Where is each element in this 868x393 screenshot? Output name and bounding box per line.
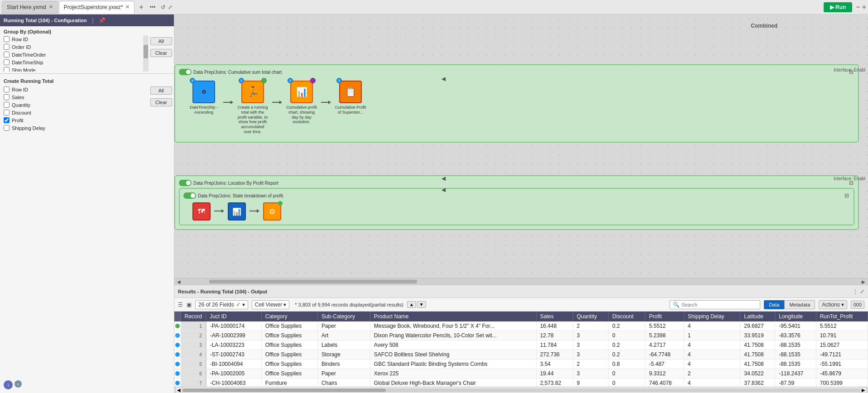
cell-record-5: 5 [181, 359, 206, 369]
th-subcategory[interactable]: Sub-Category [317, 312, 370, 321]
cell-category-1: Office Supplies [261, 321, 317, 331]
canvas-hscrollbar[interactable]: ▶ ◀ [174, 278, 868, 284]
zoom-plus[interactable]: + [862, 3, 866, 11]
expand-icon[interactable]: ⤢ [168, 4, 173, 10]
th-longitude[interactable]: Longitude [775, 312, 816, 321]
zoom-minus[interactable]: − [856, 3, 860, 11]
th-quantity[interactable]: Quantity [573, 312, 609, 321]
actions-button[interactable]: Actions ▾ [819, 300, 847, 309]
th-profit[interactable]: Profit [645, 312, 684, 321]
scroll-left-arrow[interactable]: ◀ [175, 387, 182, 393]
left-panel-content: Group By (Optional) Row ID Order ID [0, 26, 174, 393]
th-sales[interactable]: Sales [536, 312, 573, 321]
tab-add-button[interactable]: + [135, 3, 147, 11]
th-juctid[interactable]: Juct ID [206, 312, 262, 321]
sort-up-button[interactable]: ▲ [407, 301, 416, 308]
node-runningtotal-box[interactable]: 🏃 f [241, 81, 264, 103]
panel-dots-button[interactable]: ⋮ [90, 17, 96, 24]
bottom-circle-icon-1[interactable]: i [4, 380, 13, 389]
partial-node-1[interactable]: 🗺 [192, 202, 211, 220]
wf-container-state: Data Prep/Joins: State breakdown of prof… [179, 188, 854, 225]
wf-node-cumprofit: 📋 f Cumulative Profit of Superstor... [335, 81, 366, 115]
rt-checkbox-discount[interactable] [4, 110, 10, 115]
partial-node-2[interactable]: 📊 [228, 202, 246, 220]
cell-profit-4: -64.7748 [645, 350, 684, 359]
node-chart-box[interactable]: 📊 f [290, 81, 313, 103]
tab-data-button[interactable]: Data [764, 300, 784, 309]
h-scroll-track[interactable] [182, 388, 860, 392]
rt-checkbox-shippingdelay[interactable] [4, 125, 10, 131]
group-by-clear-button[interactable]: Clear [150, 49, 172, 57]
group-by-checkbox-shipmode[interactable] [4, 67, 10, 72]
group-by-checkbox-rowid[interactable] [4, 36, 10, 42]
th-record[interactable]: Record [181, 312, 206, 321]
canvas-collapse-1[interactable]: ◀ [441, 76, 446, 82]
partial-node-3[interactable]: ⚙ [263, 202, 281, 220]
th-discount[interactable]: Discount [609, 312, 645, 321]
combined-label: Combined [751, 23, 777, 29]
table-hscrollbar[interactable]: ◀ ▶ [174, 387, 868, 393]
tab-project-superstore[interactable]: ProjectSuperstore.yxwz* ✕ [59, 1, 135, 14]
rt-checkbox-rowid[interactable] [4, 86, 10, 92]
cell-runtot-7: 700.5399 [816, 379, 868, 387]
create-rt-list: Row ID Sales Quantity Discount [0, 85, 149, 133]
tab-close-project[interactable]: ✕ [125, 4, 129, 10]
canvas-right-arrow[interactable]: ▶ [859, 278, 868, 284]
canvas-hscroll-thumb[interactable] [209, 280, 417, 283]
rt-checkbox-quantity[interactable] [4, 102, 10, 108]
viewer-button[interactable]: Cell Viewer ▾ [252, 300, 290, 309]
cell-latitude-6: 34.0522 [740, 369, 775, 379]
node-datetimeship-box[interactable]: ⚙ f [192, 81, 215, 103]
rt-clear-button[interactable]: Clear [150, 98, 172, 106]
th-productname[interactable]: Product Name [370, 312, 536, 321]
group-by-checkbox-datetimeship[interactable] [4, 59, 10, 65]
cell-record-4: 4 [181, 350, 206, 359]
results-title: Results - Running Total (104) - Output [178, 289, 267, 294]
cell-subcategory-4: Storage [317, 350, 370, 359]
rt-all-button[interactable]: All [150, 86, 172, 95]
scroll-right-arrow[interactable]: ▶ [860, 387, 867, 393]
node-cumprofit-box[interactable]: 📋 f [339, 81, 362, 103]
rt-checkbox-profit[interactable] [4, 117, 10, 123]
h-scroll-thumb[interactable] [182, 388, 386, 392]
cell-product-6: Xerox 225 [370, 369, 536, 379]
refresh-icon[interactable]: ↺ [161, 4, 165, 10]
collapse-btn-3[interactable]: ⊟ [844, 192, 850, 199]
panel-pin-button[interactable]: 📌 [99, 17, 106, 24]
canvas-left-arrow[interactable]: ◀ [174, 278, 183, 284]
rt-checkbox-sales[interactable] [4, 94, 10, 100]
canvas-collapse-3[interactable]: ◀ [441, 187, 446, 193]
search-input[interactable] [681, 302, 757, 307]
sort-down-button[interactable]: ▼ [417, 301, 426, 308]
tab-label: Start Here.yxmd [7, 4, 46, 10]
tab-more-button[interactable]: ••• [147, 4, 158, 10]
num-format-button[interactable]: 000 [851, 301, 864, 309]
cell-category-4: Office Supplies [261, 350, 317, 359]
th-latitude[interactable]: Latitude [740, 312, 775, 321]
group-by-checkbox-orderid[interactable] [4, 44, 10, 50]
toggle-switch-3[interactable] [183, 192, 196, 199]
tab-start-here[interactable]: Start Here.yxmd ✕ [2, 1, 58, 14]
cell-sales-4: 272.736 [536, 350, 573, 359]
th-category[interactable]: Category [261, 312, 317, 321]
tab-metadata-button[interactable]: Metadata [784, 300, 815, 309]
tab-close-start-here[interactable]: ✕ [49, 4, 53, 10]
toggle-switch-1[interactable] [179, 69, 192, 75]
canvas-collapse-2[interactable]: ◀ [441, 175, 446, 182]
group-by-label-datetimeship: DateTimeShip [12, 60, 43, 65]
bottom-circle-icon-2[interactable]: ○ [14, 380, 22, 388]
group-by-checkbox-datetimeorder[interactable] [4, 52, 10, 58]
toggle-switch-2[interactable] [179, 180, 192, 186]
th-indicator [174, 312, 181, 321]
tab-bar: Start Here.yxmd ✕ ProjectSuperstore.yxwz… [0, 0, 868, 14]
cell-shippingdelay-3: 4 [684, 340, 740, 350]
results-menu-icon[interactable]: ⋮ [853, 288, 858, 295]
th-runtot-profit[interactable]: RunTot_Profit [816, 312, 868, 321]
wf-label-3: Data Prep/Joins: State breakdown of prof… [198, 193, 284, 198]
run-button[interactable]: ▶ Run [824, 2, 853, 12]
th-shippingdelay[interactable]: Shipping Delay [684, 312, 740, 321]
results-expand-icon[interactable]: ⤢ [860, 288, 864, 295]
group-by-all-button[interactable]: All [150, 37, 172, 45]
cell-shippingdelay-5: 4 [684, 359, 740, 369]
fields-button[interactable]: 26 of 26 Fields ✓ ▾ [195, 300, 248, 309]
